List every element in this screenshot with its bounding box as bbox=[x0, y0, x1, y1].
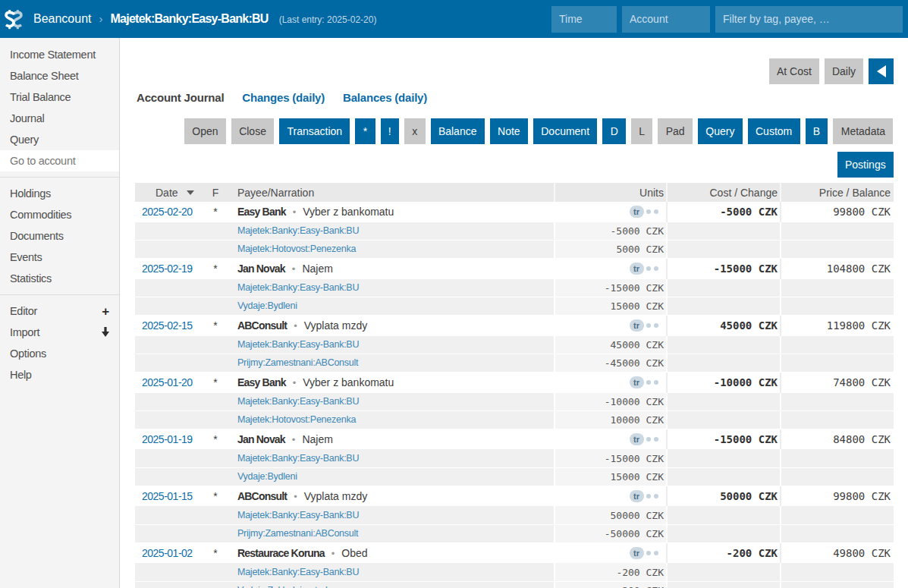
posting-indicator-dot[interactable] bbox=[654, 266, 658, 271]
account-link[interactable]: Majetek:Banky:Easy-Bank:BU bbox=[237, 453, 359, 464]
column-units[interactable]: Units bbox=[554, 183, 667, 202]
posting-indicator-dot[interactable] bbox=[654, 437, 658, 442]
filter-button-symbol[interactable]: ! bbox=[381, 118, 399, 144]
entry-type-badge[interactable]: tr bbox=[630, 433, 644, 445]
posting-indicator-dot[interactable] bbox=[646, 437, 651, 442]
column-price-balance[interactable]: Price / Balance bbox=[780, 183, 894, 202]
sidebar-item-commodities[interactable]: Commodities bbox=[0, 204, 119, 225]
posting-indicator-dot[interactable] bbox=[654, 551, 658, 555]
tab-account-journal[interactable]: Account Journal bbox=[137, 90, 224, 106]
date-link[interactable]: 2025-02-19 bbox=[142, 263, 193, 275]
filter-button-d[interactable]: D bbox=[602, 118, 626, 144]
tab-balances-daily[interactable]: Balances (daily) bbox=[343, 90, 427, 106]
payee-narration-separator: • bbox=[294, 320, 297, 332]
page-title[interactable]: Majetek:Banky:Easy-Bank:BU bbox=[111, 12, 269, 26]
sidebar-item-import[interactable]: Import bbox=[0, 322, 119, 343]
column-cost-change[interactable]: Cost / Change bbox=[666, 183, 780, 202]
filter-button-b[interactable]: B bbox=[806, 118, 828, 144]
description-cell: Restaurace Koruna•Obed bbox=[228, 547, 554, 559]
filter-button-pad[interactable]: Pad bbox=[658, 118, 693, 144]
tab-changes-daily[interactable]: Changes (daily) bbox=[242, 90, 325, 106]
sidebar-item-query[interactable]: Query bbox=[0, 129, 119, 150]
filter-button-l[interactable]: L bbox=[631, 118, 652, 144]
sidebar-item-options[interactable]: Options bbox=[0, 343, 119, 364]
sidebar-item-events[interactable]: Events bbox=[0, 247, 119, 268]
posting-units-cell: 50000 CZK bbox=[554, 506, 667, 524]
posting-indicator-dot[interactable] bbox=[646, 266, 651, 271]
account-link[interactable]: Majetek:Banky:Easy-Bank:BU bbox=[237, 510, 359, 520]
account-link[interactable]: Vydaje:Bydleni bbox=[237, 300, 297, 311]
sidebar-item-go-to-account[interactable]: Go to account bbox=[0, 150, 119, 171]
sidebar-item-balance-sheet[interactable]: Balance Sheet bbox=[0, 65, 119, 86]
posting-indicator-dot[interactable] bbox=[646, 323, 651, 328]
account-link[interactable]: Majetek:Banky:Easy-Bank:BU bbox=[237, 225, 359, 236]
account-link[interactable]: Majetek:Banky:Easy-Bank:BU bbox=[237, 282, 359, 293]
date-link[interactable]: 2025-01-20 bbox=[142, 376, 193, 388]
column-date[interactable]: Date bbox=[135, 187, 203, 199]
date-link[interactable]: 2025-01-19 bbox=[142, 433, 193, 445]
account-link[interactable]: Majetek:Hotovost:Penezenka bbox=[237, 414, 356, 425]
account-link[interactable]: Majetek:Banky:Easy-Bank:BU bbox=[237, 567, 359, 577]
posting-indicator-dot[interactable] bbox=[646, 209, 651, 214]
date-link[interactable]: 2025-01-15 bbox=[142, 490, 193, 502]
sidebar-item-editor[interactable]: Editor+ bbox=[0, 300, 119, 322]
entry-type-badge[interactable]: tr bbox=[630, 319, 644, 332]
filter-button-x[interactable]: x bbox=[404, 118, 426, 144]
fava-logo-icon[interactable] bbox=[5, 9, 23, 30]
sidebar-item-trial-balance[interactable]: Trial Balance bbox=[0, 86, 119, 108]
account-link[interactable]: Vydaje:Zakladni-potreby bbox=[237, 585, 335, 588]
sidebar-item-help[interactable]: Help bbox=[0, 364, 119, 385]
filter-button-query[interactable]: Query bbox=[698, 118, 743, 144]
sidebar-item-statistics[interactable]: Statistics bbox=[0, 268, 119, 289]
posting-indicator-dot[interactable] bbox=[646, 551, 651, 555]
time-filter-input[interactable] bbox=[551, 6, 617, 33]
postings-button[interactable]: Postings bbox=[837, 152, 894, 178]
posting-indicator-dot[interactable] bbox=[654, 494, 658, 498]
account-link[interactable]: Vydaje:Bydleni bbox=[237, 471, 297, 482]
filter-button-transaction[interactable]: Transaction bbox=[279, 118, 350, 144]
conversion-button[interactable]: At Cost bbox=[769, 58, 819, 84]
entry-type-badge[interactable]: tr bbox=[630, 263, 644, 275]
date-link[interactable]: 2025-02-20 bbox=[142, 206, 193, 218]
sidebar-item-holdings[interactable]: Holdings bbox=[0, 183, 119, 204]
sidebar-item-journal[interactable]: Journal bbox=[0, 108, 119, 129]
account-link[interactable]: Prijmy:Zamestnani:ABConsult bbox=[237, 357, 358, 368]
date-link[interactable]: 2025-02-15 bbox=[142, 319, 193, 332]
filter-button-balance[interactable]: Balance bbox=[431, 118, 485, 144]
posting-indicator-dot[interactable] bbox=[654, 209, 658, 214]
interval-button[interactable]: Daily bbox=[825, 58, 863, 84]
account-link[interactable]: Majetek:Banky:Easy-Bank:BU bbox=[237, 396, 359, 407]
entry-type-badge[interactable]: tr bbox=[630, 376, 644, 388]
entry-type-badge[interactable]: tr bbox=[630, 547, 644, 559]
account-link[interactable]: Prijmy:Zamestnani:ABConsult bbox=[237, 528, 358, 539]
filter-button-open[interactable]: Open bbox=[184, 118, 226, 144]
sidebar-item-income-statement[interactable]: Income Statement bbox=[0, 44, 119, 65]
posting-indicator-dot[interactable] bbox=[646, 380, 651, 385]
add-icon[interactable]: + bbox=[102, 305, 109, 318]
account-link[interactable]: Majetek:Hotovost:Penezenka bbox=[237, 244, 356, 254]
column-payee-narration[interactable]: Payee/Narration bbox=[228, 187, 554, 199]
account-filter-input[interactable] bbox=[622, 6, 710, 33]
sidebar-item-documents[interactable]: Documents bbox=[0, 225, 119, 247]
report-tabs: Account JournalChanges (daily)Balances (… bbox=[137, 90, 894, 106]
date-link[interactable]: 2025-01-02 bbox=[142, 547, 193, 559]
filter-button-metadata[interactable]: Metadata bbox=[833, 118, 893, 144]
filter-button-document[interactable]: Document bbox=[533, 118, 597, 144]
filter-button-note[interactable]: Note bbox=[490, 118, 528, 144]
posting-price-cell bbox=[780, 354, 894, 372]
entry-type-badge[interactable]: tr bbox=[630, 490, 644, 502]
download-icon[interactable] bbox=[102, 326, 109, 339]
sidebar-item-label: Statistics bbox=[10, 272, 52, 285]
posting-indicator-dot[interactable] bbox=[654, 323, 658, 328]
account-link[interactable]: Majetek:Banky:Easy-Bank:BU bbox=[237, 339, 359, 350]
column-flag[interactable]: F bbox=[203, 187, 228, 199]
chart-toggle-button[interactable] bbox=[869, 58, 894, 84]
entry-type-badge[interactable]: tr bbox=[630, 206, 644, 218]
filter-button-custom[interactable]: Custom bbox=[748, 118, 800, 144]
posting-indicator-dot[interactable] bbox=[646, 494, 651, 498]
posting-indicator-dot[interactable] bbox=[654, 380, 658, 385]
breadcrumb-app-title[interactable]: Beancount bbox=[33, 12, 92, 26]
filter-button-symbol[interactable]: * bbox=[355, 118, 375, 144]
tag-payee-filter-input[interactable] bbox=[715, 6, 903, 33]
filter-button-close[interactable]: Close bbox=[231, 118, 274, 144]
